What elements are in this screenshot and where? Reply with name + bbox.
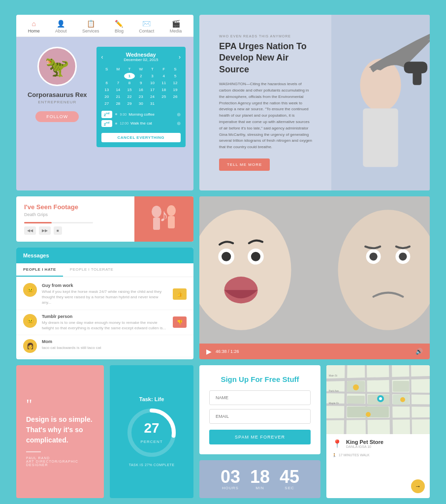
video-play-button[interactable]: ▶ — [206, 347, 212, 355]
nav-media[interactable]: 🎬 Media — [170, 20, 182, 33]
calendar-today[interactable]: 1 — [124, 73, 135, 79]
nav-blog[interactable]: ✏️ Blog — [115, 20, 124, 33]
svg-rect-8 — [153, 218, 160, 230]
calendar-date: December 02, 2015 — [124, 58, 158, 62]
messages-tabs: PEOPLE I HATE PEOPLE I TOLERATE — [16, 263, 193, 277]
progress-number: 27 — [140, 420, 162, 436]
message-item: 😐 Guy from work What if you kept the hor… — [16, 279, 193, 310]
messages-card: Messages PEOPLE I HATE PEOPLE I TOLERATE… — [16, 248, 193, 359]
video-volume-button[interactable]: 🔊 — [415, 348, 423, 355]
message-content: Mom taco cat backwards is still taco cat — [42, 339, 187, 350]
signup-title: Sign Up For Free Stuff — [209, 375, 311, 383]
calendar-next[interactable]: › — [179, 54, 181, 61]
svg-point-24 — [399, 252, 407, 260]
nav-services[interactable]: 📋 Services — [82, 20, 99, 33]
svg-rect-10 — [168, 216, 175, 228]
video-card: ▶ 46:38 / 1:26 🔊 — [199, 196, 430, 359]
svg-text:Main St: Main St — [329, 374, 338, 377]
progress-circle: 27 PERCENT — [127, 408, 176, 457]
music-controls: ◀◀ ▶▶ ■ — [24, 226, 127, 235]
quote-text: Design is so simple. That's why it's so … — [26, 414, 94, 445]
message-dislike-button[interactable]: 👎 — [173, 316, 187, 328]
svg-rect-38 — [347, 396, 365, 404]
music-artist: Death Grips — [24, 212, 127, 217]
video-controls: ▶ 46:38 / 1:26 — [206, 347, 239, 355]
svg-rect-39 — [393, 381, 409, 392]
music-next-button[interactable]: ▶▶ — [39, 226, 51, 235]
svg-point-14 — [222, 252, 231, 261]
music-info: I've Seen Footage Death Grips ◀◀ ▶▶ ■ — [16, 196, 134, 242]
calendar-header: ‹ Wednesday December 02, 2015 › — [101, 52, 181, 62]
svg-line-34 — [390, 365, 391, 434]
signup-submit-button[interactable]: SPAM ME FOREVER — [209, 430, 311, 444]
map-direction-button[interactable]: → — [411, 479, 425, 493]
message-text: My dream is to one day make enough money… — [42, 320, 168, 331]
svg-point-49 — [379, 397, 382, 400]
signup-card: Sign Up For Free Stuff SPAM ME FOREVER — [199, 365, 320, 454]
profile-section: 🦖 Corporasaurus Rex ENTREPRENEUR FOLLOW — [24, 47, 91, 147]
video-control-bar: ▶ 46:38 / 1:26 🔊 — [199, 344, 430, 359]
quote-card: " Design is so simple. That's why it's s… — [16, 365, 104, 498]
music-stop-button[interactable]: ■ — [54, 226, 62, 235]
profile-title: ENTREPRENEUR — [38, 100, 76, 104]
svg-line-33 — [366, 365, 367, 434]
nav-home[interactable]: ⌂ Home — [28, 20, 40, 33]
calendar-tasks: 2nd 9:00Morning coffee ⊕ 2nd 12:00Walk t… — [101, 111, 181, 127]
task-row: 2nd 12:00Walk the cat ⊕ — [101, 120, 181, 127]
svg-line-30 — [326, 405, 430, 406]
quote-author: PAUL RAND ART DIRECTOR/GRAPHIC DESIGNER — [26, 456, 94, 467]
calendar-day: Wednesday — [124, 52, 158, 58]
news-tag: WHO EVEN READS THIS ANYMORE — [219, 34, 313, 38]
map-store-address: DANLA IGSA 10 — [346, 445, 383, 448]
services-icon: 📋 — [87, 20, 95, 28]
tab-people-hate[interactable]: PEOPLE I HATE — [16, 263, 63, 277]
svg-point-47 — [366, 412, 371, 417]
news-cta-button[interactable]: TELL ME MORE — [219, 158, 270, 171]
music-progress-bar[interactable] — [24, 222, 93, 223]
music-prev-button[interactable]: ◀◀ — [24, 226, 36, 235]
signup-name-input[interactable] — [209, 390, 311, 405]
quote-mark: " — [26, 397, 94, 411]
timer-hours: 03 HOURS — [221, 468, 240, 490]
message-sender: Guy from work — [42, 283, 168, 288]
news-card: WHO EVEN READS THIS ANYMORE EPA Urges Na… — [199, 15, 430, 190]
music-song: I've Seen Footage — [24, 203, 127, 211]
svg-point-46 — [400, 397, 405, 402]
calendar-grid: S M T W T F S 1 2 3 4 5 6 — [101, 66, 181, 107]
message-content: Guy from work What if you kept the horse… — [42, 283, 168, 306]
map-info: 📍 King Pet Store DANLA IGSA 10 — [326, 434, 430, 453]
svg-rect-4 — [413, 67, 421, 85]
message-item: 😐 Tumblr person My dream is to one day m… — [16, 310, 193, 335]
music-progress-fill — [24, 222, 52, 223]
blog-icon: ✏️ — [115, 20, 123, 28]
progress-title: Task: Life — [139, 396, 164, 402]
video-time: 46:38 / 1:26 — [216, 349, 239, 354]
timer-card: 03 HOURS 18 MIN 45 SEC — [199, 460, 320, 498]
tab-people-tolerate[interactable]: PEOPLE I TOLERATE — [63, 263, 121, 277]
nav-about[interactable]: 👤 About — [55, 20, 67, 33]
map-area: Main St Park Ave Maple Dr — [326, 365, 430, 434]
home-icon: ⌂ — [32, 20, 35, 28]
message-like-button[interactable]: 👍 — [173, 288, 187, 300]
message-sender: Tumblr person — [42, 314, 168, 319]
svg-point-16 — [251, 252, 260, 261]
music-card: I've Seen Footage Death Grips ◀◀ ▶▶ ■ — [16, 196, 193, 242]
cancel-button[interactable]: CANCEL EVERYTHING — [101, 133, 181, 142]
svg-line-35 — [410, 365, 411, 434]
svg-text:Park Ave: Park Ave — [329, 389, 339, 392]
nav-contact[interactable]: ✉️ Contact — [139, 20, 154, 33]
timer-hours-value: 03 — [221, 468, 240, 486]
calendar-prev[interactable]: ‹ — [101, 54, 103, 61]
map-card: Main St Park Ave Maple Dr 📍 King Pet Sto… — [326, 365, 430, 498]
messages-header: Messages — [16, 248, 193, 263]
music-album-art: ♪ — [134, 196, 193, 242]
svg-line-31 — [326, 418, 430, 419]
message-text: What if you kept the horse mask 24/7 whi… — [42, 289, 168, 306]
message-content: Tumblr person My dream is to one day mak… — [42, 314, 168, 331]
follow-button[interactable]: FOLLOW — [35, 111, 79, 122]
contact-icon: ✉️ — [142, 20, 151, 28]
timer-minutes: 18 MIN — [250, 468, 270, 490]
user-icon: 👤 — [57, 20, 65, 28]
map-pin-icon: 📍 — [332, 439, 342, 448]
signup-email-input[interactable] — [209, 409, 311, 424]
